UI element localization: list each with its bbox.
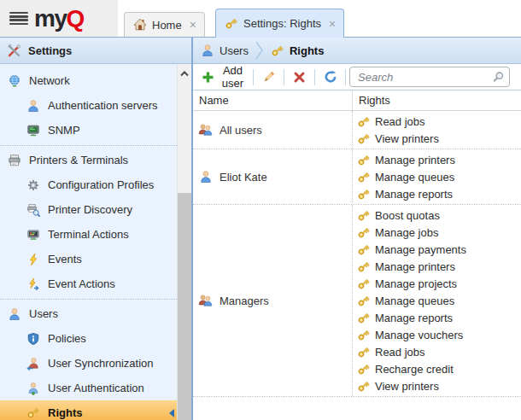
toolbar-separator xyxy=(253,69,254,85)
sidebar-item-user-authentication[interactable]: User Authentication xyxy=(0,376,177,400)
logo-text: my xyxy=(34,5,66,32)
selected-pointer-icon xyxy=(169,409,174,417)
add-user-label: Add user xyxy=(220,64,245,90)
add-user-button[interactable]: Add user xyxy=(196,62,249,91)
key-icon xyxy=(356,225,371,240)
table-row-managers[interactable]: ManagersBoost quotasManage jobsManage pa… xyxy=(193,205,521,397)
sidebar-header: Settings xyxy=(0,38,191,64)
tools-icon xyxy=(7,44,21,58)
key-icon xyxy=(356,187,371,201)
key-icon xyxy=(356,131,371,146)
key-icon xyxy=(356,294,371,308)
key-icon xyxy=(356,345,371,359)
globe-icon xyxy=(7,73,21,88)
right-entry: Manage reports xyxy=(353,185,521,202)
sidebar-item-printers-terminals[interactable]: Printers & Terminals xyxy=(0,148,177,172)
sidebar-item-users[interactable]: Users xyxy=(0,301,177,326)
scrollbar-thumb[interactable] xyxy=(178,193,191,420)
breadcrumb-users[interactable]: Users xyxy=(220,44,249,57)
right-label: Manage payments xyxy=(375,243,466,256)
key-icon xyxy=(356,328,371,342)
user-name: All users xyxy=(220,124,262,137)
sidebar-item-event-actions[interactable]: Event Actions xyxy=(0,271,177,296)
sidebar-group-network: NetworkAuthentication serversSNMP xyxy=(0,68,177,143)
column-header-name[interactable]: Name xyxy=(193,90,353,110)
right-entry: Manage printers xyxy=(353,258,521,275)
column-header-rights[interactable]: Rights xyxy=(353,90,521,110)
right-entry: Boost quotas xyxy=(353,207,521,224)
tab-home-label: Home xyxy=(152,19,182,32)
user-name: Eliot Kate xyxy=(220,171,267,184)
sidebar-item-terminal-actions[interactable]: Terminal Actions xyxy=(0,222,177,247)
key-icon xyxy=(356,208,371,223)
right-label: Manage projects xyxy=(375,277,457,290)
table-body: All usersRead jobsView printersEliot Kat… xyxy=(193,111,521,397)
sidebar-group-printers-terminals: Printers & TerminalsConfiguration Profil… xyxy=(0,145,177,296)
key-icon xyxy=(356,277,371,291)
sidebar-group-users: UsersPoliciesUser SynchronizationUser Au… xyxy=(0,299,177,420)
sidebar-scrollbar[interactable] xyxy=(177,64,191,420)
search-input[interactable] xyxy=(356,70,491,85)
tab-settings-rights[interactable]: Settings: Rights × xyxy=(215,9,344,38)
key-icon xyxy=(224,16,238,31)
sidebar-item-policies[interactable]: Policies xyxy=(0,326,177,351)
user-name: Managers xyxy=(220,295,269,307)
sidebar-title: Settings xyxy=(28,44,72,57)
search-box xyxy=(349,67,510,87)
right-label: Manage printers xyxy=(375,154,455,166)
name-cell: Eliot Kate xyxy=(193,149,353,204)
right-label: Read jobs xyxy=(375,115,425,128)
close-icon[interactable]: × xyxy=(190,19,196,31)
key-icon xyxy=(356,379,371,394)
terminal-icon xyxy=(26,227,40,242)
sidebar-item-user-synchronization[interactable]: User Synchronization xyxy=(0,351,177,376)
name-cell: All users xyxy=(193,111,353,149)
right-label: Manage queues xyxy=(375,295,454,307)
sidebar-item-printer-discovery[interactable]: Printer Discovery xyxy=(0,197,177,222)
scroll-up-button[interactable] xyxy=(178,64,191,82)
sidebar-item-configuration-profiles[interactable]: Configuration Profiles xyxy=(0,172,177,197)
key-icon xyxy=(356,311,371,325)
right-label: Manage vouchers xyxy=(375,329,463,341)
rights-cell: Read jobsView printers xyxy=(353,111,521,149)
sidebar-item-events[interactable]: Events xyxy=(0,247,177,271)
table-row-eliot-kate[interactable]: Eliot KateManage printersManage queuesMa… xyxy=(193,149,521,205)
settings-sidebar: Settings NetworkAuthentication serversSN… xyxy=(0,38,193,420)
logo-accent: Q xyxy=(66,5,83,32)
sidebar-item-network[interactable]: Network xyxy=(0,68,177,93)
sidebar-item-label: Rights xyxy=(48,406,82,419)
chevron-up-icon xyxy=(179,67,190,79)
search-icon[interactable] xyxy=(491,70,506,85)
menu-icon[interactable] xyxy=(9,12,28,25)
right-entry: Manage queues xyxy=(353,168,521,185)
tab-home[interactable]: Home × xyxy=(124,12,205,37)
delete-button[interactable] xyxy=(288,68,311,86)
key-icon xyxy=(356,170,371,184)
right-entry: Manage vouchers xyxy=(353,326,521,343)
shield-icon xyxy=(26,331,40,346)
user-icon xyxy=(26,98,40,113)
table-row-all-users[interactable]: All usersRead jobsView printers xyxy=(193,111,521,149)
right-entry: Read jobs xyxy=(353,343,521,360)
sidebar-item-snmp[interactable]: SNMP xyxy=(0,118,177,143)
right-entry: Manage projects xyxy=(353,275,521,292)
right-entry: Recharge credit xyxy=(353,360,521,377)
edit-button[interactable] xyxy=(257,68,280,86)
delete-x-icon xyxy=(292,70,307,85)
home-icon xyxy=(132,18,147,32)
close-icon[interactable]: × xyxy=(329,18,336,30)
group-icon xyxy=(198,123,213,137)
right-entry: Read jobs xyxy=(353,113,521,130)
rights-cell: Manage printersManage queuesManage repor… xyxy=(353,149,521,204)
user-sync-icon xyxy=(26,356,40,370)
key-icon xyxy=(270,44,284,58)
sidebar-item-authentication-servers[interactable]: Authentication servers xyxy=(0,93,177,118)
gear-icon xyxy=(26,178,40,192)
right-label: Read jobs xyxy=(375,346,425,359)
sidebar-item-rights[interactable]: Rights xyxy=(0,400,177,420)
settings-nav: NetworkAuthentication serversSNMPPrinter… xyxy=(0,64,177,420)
lightning-icon xyxy=(26,252,40,266)
refresh-button[interactable] xyxy=(319,68,342,86)
myq-logo[interactable]: myQ xyxy=(34,0,84,37)
toolbar-separator xyxy=(314,69,315,85)
